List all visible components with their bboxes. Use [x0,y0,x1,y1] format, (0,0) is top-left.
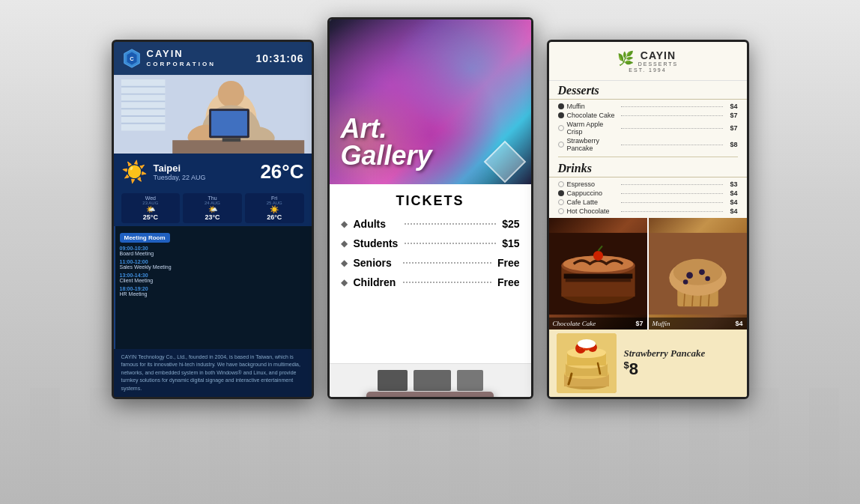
food-card-name: Muffin [652,320,670,327]
ticket-dots [403,262,491,264]
screen-middle: Art. Gallery TICKETS ◆ Adults $25 ◆ Stud… [327,17,533,399]
menu-item-price: $8 [726,141,738,148]
meeting-name: Board Meeting [120,251,307,256]
drinks-items: Espresso $3 Cappuccino $4 Cafe Latte $4 … [549,177,747,218]
meeting-time: 09:00-10:30 [120,246,307,251]
menu-item-line [621,106,723,107]
pancake-name: Strawberry Pancake [624,347,739,359]
ticket-icon: ◆ [341,219,348,229]
forecast-wed: Wed 23 AUG 🌤️ 25°C [121,193,181,223]
forecast-icon: 🌤️ [187,205,237,213]
menu-item-name: Cappuccino [567,189,618,197]
art-gallery-section: Art. Gallery [330,19,531,184]
food-card-overlay: Chocolate Cake $7 [549,318,647,330]
meeting-item-3: 18:00-19:20 HR Meeting [120,286,307,297]
svg-point-40 [682,279,688,285]
ticket-price: Free [497,257,520,269]
menu-dot-empty [558,181,564,187]
menu-item-name: Hot Chocolate [567,207,618,215]
desk-scene-svg [114,75,312,154]
ticket-students: ◆ Students $15 [341,237,520,249]
menu-item-line [621,193,723,194]
meeting-name: HR Meeting [120,291,307,297]
desk-image [114,75,312,154]
svg-rect-19 [222,138,240,142]
bottom-box-1 [378,370,408,391]
meeting-time: 11:00-12:00 [120,259,307,264]
food-card-muffin: Muffin $4 [649,218,747,330]
menu-item-price: $4 [726,189,738,197]
ticket-children: ◆ Children Free [341,276,520,288]
svg-text:C: C [130,55,134,62]
food-card-price: $4 [735,320,742,327]
pancake-dollar: $ [624,359,629,371]
menu-dot-empty [558,125,564,131]
menu-item-line [621,202,723,203]
svg-rect-24 [563,274,632,279]
meeting-name: Sales Weekly Meeting [120,264,307,270]
chocolate-cake-bg [549,218,647,330]
desserts-logo: 🌿 CAYIN DESSERTS EST. 1994 [617,49,679,73]
weather-info: Taipei Tuesday, 22 AUG [154,163,255,181]
meeting-item-0: 09:00-10:30 Board Meeting [120,246,307,256]
meeting-item-1: 11:00-12:00 Sales Weekly Meeting [120,259,307,270]
ticket-adults: ◆ Adults $25 [341,218,520,230]
food-card-chocolate-cake: Chocolate Cake $7 [549,218,649,330]
screen-right: 🌿 CAYIN DESSERTS EST. 1994 Desserts Muff… [547,40,749,399]
forecast-day: Thu [187,195,237,201]
ticket-dots [403,282,491,283]
ticket-icon: ◆ [341,238,348,249]
logo-brand-text: CAYIN [638,49,679,61]
menu-dot-empty [558,208,564,214]
hardware-box: DC IN LAN ATX▶ ▼RESET 1 [366,392,494,399]
logo-sub2-text: EST. 1994 [617,67,679,73]
forecast-temp: 25°C [126,213,176,221]
svg-point-38 [699,269,705,275]
muffin-bg [649,218,747,330]
meeting-item-2: 13:00-14:30 Client Meeting [120,273,307,283]
menu-item-name: Cafe Latte [567,198,618,206]
ticket-seniors: ◆ Seniors Free [341,257,520,269]
art-title-line1: Art. [341,115,432,142]
company-description: CAYIN Technology Co., Ltd., founded in 2… [114,349,312,398]
desk-scene [114,75,312,154]
weather-city: Taipei [154,163,255,174]
menu-item-name: Strawberry Pancake [567,137,618,152]
svg-rect-16 [172,140,304,154]
left-header: C CAYIN CORPORATION 10:31:06 [114,42,312,75]
food-image-row: Chocolate Cake $7 [549,218,747,330]
tickets-title: TICKETS [341,193,520,209]
art-gallery-title: Art. Gallery [341,115,432,169]
ticket-label: Students [354,237,399,249]
ticket-icon: ◆ [341,258,348,268]
ticket-label: Adults [354,218,399,230]
art-title-line2: Gallery [341,142,432,169]
pancake-text: Strawberry Pancake $8 [624,347,739,379]
meeting-room-label: Meeting Room [120,233,170,243]
ticket-icon: ◆ [341,277,348,288]
ticket-dots [405,243,496,244]
desserts-items: Muffin $4 Chocolate Cake $7 Warm Apple C… [549,100,747,155]
company-sub: CORPORATION [147,61,216,68]
menu-item-name: Chocolate Cake [567,112,618,119]
ticket-price: Free [497,276,520,288]
ticket-price: $15 [502,237,519,249]
meeting-name: Client Meeting [120,278,307,283]
weather-icon: ☀️ [121,160,148,184]
menu-item-line [621,184,723,185]
svg-point-27 [593,251,602,261]
cayin-logo: C CAYIN CORPORATION [121,48,216,69]
meeting-section: Meeting Room 09:00-10:30 Board Meeting 1… [114,226,312,349]
forecast-day: Fri [249,195,300,201]
main-shelf: C CAYIN CORPORATION 10:31:06 [0,100,860,504]
pancake-image: ·· · [557,333,617,393]
logo-sub1-text: DESSERTS [638,61,679,67]
menu-dot-filled [558,112,564,118]
menu-item-price: $4 [726,103,738,110]
food-card-price: $7 [635,320,643,327]
screen-left: C CAYIN CORPORATION 10:31:06 [112,40,314,399]
forecast-icon: ☀️ [249,205,300,213]
menu-item-name: Muffin [567,103,618,110]
menu-item-price: $4 [726,198,738,206]
right-header: 🌿 CAYIN DESSERTS EST. 1994 [549,42,747,81]
